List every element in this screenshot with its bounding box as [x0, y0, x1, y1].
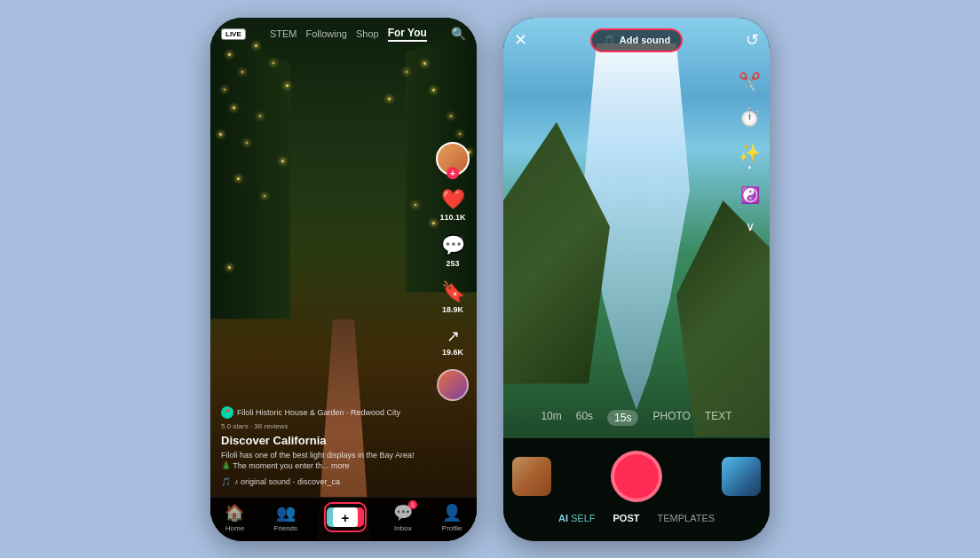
duration-bar: 10m 60s 15s PHOTO TEXT — [503, 410, 770, 426]
video-area: + ❤️ 110.1K 💬 253 🔖 18.9K ↗ 19.6K — [210, 47, 477, 497]
nav-stem[interactable]: STEM — [270, 28, 297, 39]
location-icon: 📍 — [221, 406, 233, 419]
follow-plus-badge[interactable]: + — [447, 167, 459, 179]
duration-text[interactable]: TEXT — [705, 410, 732, 426]
mode-templates[interactable]: TEMPLATES — [657, 513, 715, 523]
nav-home[interactable]: 🏠 Home — [225, 503, 244, 532]
friends-label: Friends — [273, 524, 297, 532]
nav-links: STEM Following Shop For You — [270, 27, 427, 42]
home-label: Home — [225, 524, 244, 532]
nav-following[interactable]: Following — [305, 28, 346, 39]
nav-inbox[interactable]: 💬 1 Inbox — [393, 503, 413, 532]
search-icon[interactable]: 🔍 — [451, 27, 466, 41]
duration-60s[interactable]: 60s — [576, 410, 593, 426]
video-description: Filoli has one of the best light display… — [221, 451, 417, 471]
create-border — [324, 502, 367, 532]
nav-for-you[interactable]: For You — [388, 27, 427, 42]
create-button[interactable]: + — [327, 505, 364, 530]
share-count: 19.6K — [442, 348, 463, 357]
sound-info: 🎵 ♪ original sound - discover_ca — [221, 477, 417, 486]
location-sub: 5.0 stars · 38 reviews — [221, 422, 417, 430]
left-phone: LIVE STEM Following Shop For You 🔍 + ❤️ … — [210, 18, 477, 541]
close-button[interactable]: ✕ — [514, 30, 527, 50]
left-thumbnail[interactable] — [512, 457, 551, 496]
scissors-icon[interactable]: ✂️ — [739, 71, 761, 92]
comment-count: 253 — [446, 259, 459, 268]
right-phone: ✕ 🎵 Add sound ↺ ✂️ ⏱️ ✨● ☯️ ∨ 10m 60s 15… — [503, 18, 770, 541]
right-thumbnail[interactable] — [722, 457, 761, 496]
nav-profile[interactable]: 👤 Profile — [442, 503, 462, 532]
more-icon[interactable]: ∨ — [739, 219, 761, 233]
nav-friends[interactable]: 👥 Friends — [273, 503, 297, 532]
bottom-navigation: 🏠 Home 👥 Friends + 💬 1 Inbox 👤 Profile — [210, 497, 477, 541]
nav-shop[interactable]: Shop — [356, 28, 379, 39]
action-buttons: + ❤️ 110.1K 💬 253 🔖 18.9K ↗ 19.6K — [436, 142, 470, 401]
mode-post[interactable]: POST — [613, 513, 640, 523]
live-badge[interactable]: LIVE — [221, 28, 246, 40]
duration-15s[interactable]: 15s — [607, 410, 638, 426]
like-button[interactable]: ❤️ 110.1K — [439, 188, 465, 222]
camera-controls-row — [512, 451, 761, 502]
add-sound-label: Add sound — [620, 35, 670, 45]
nav-create[interactable]: + — [327, 505, 364, 530]
timer-icon[interactable]: ⏱️ — [739, 106, 761, 128]
location-text: Filoli Historic House & Garden · Redwood… — [237, 408, 400, 417]
profile-label: Profile — [442, 524, 462, 532]
video-info: 📍 Filoli Historic House & Garden · Redwo… — [210, 397, 428, 496]
creator-avatar[interactable]: + — [436, 142, 470, 176]
top-navigation: LIVE STEM Following Shop For You 🔍 — [210, 18, 477, 47]
camera-top-bar: ✕ 🎵 Add sound ↺ — [503, 18, 770, 58]
record-button-inner — [615, 455, 658, 498]
sound-text: ♪ original sound - discover_ca — [234, 477, 340, 486]
camera-bottom: AI SELF POST TEMPLATES — [503, 438, 770, 541]
duration-photo[interactable]: PHOTO — [652, 410, 690, 426]
record-button[interactable] — [611, 451, 662, 502]
flip-camera-button[interactable]: ↺ — [746, 30, 759, 50]
inbox-notification-badge: 1 — [408, 500, 417, 509]
music-note-icon: 🎵 — [221, 477, 231, 486]
location-tag: 📍 Filoli Historic House & Garden · Redwo… — [221, 406, 417, 419]
share-button[interactable]: ↗ 19.6K — [442, 326, 463, 357]
music-note-icon: 🎵 — [603, 35, 615, 46]
inbox-label: Inbox — [394, 524, 412, 532]
comment-button[interactable]: 💬 253 — [441, 234, 465, 268]
duration-10m[interactable]: 10m — [541, 410, 561, 426]
profile-icon: 👤 — [442, 503, 462, 523]
like-count: 110.1K — [439, 213, 465, 222]
video-title: Discover California — [221, 434, 417, 447]
home-icon: 🏠 — [225, 503, 244, 523]
camera-mode-tabs: AI SELF POST TEMPLATES — [512, 513, 761, 523]
bookmark-count: 18.9K — [442, 305, 463, 314]
bookmark-button[interactable]: 🔖 18.9K — [441, 280, 465, 314]
add-sound-button[interactable]: 🎵 Add sound — [590, 28, 683, 52]
friends-icon: 👥 — [276, 503, 296, 523]
mode-ai-self[interactable]: AI SELF — [558, 513, 596, 523]
camera-side-icons: ✂️ ⏱️ ✨● ☯️ ∨ — [739, 71, 761, 233]
music-disc — [437, 369, 469, 401]
effects-icon[interactable]: ✨● — [739, 142, 761, 171]
filter-icon[interactable]: ☯️ — [739, 185, 761, 205]
